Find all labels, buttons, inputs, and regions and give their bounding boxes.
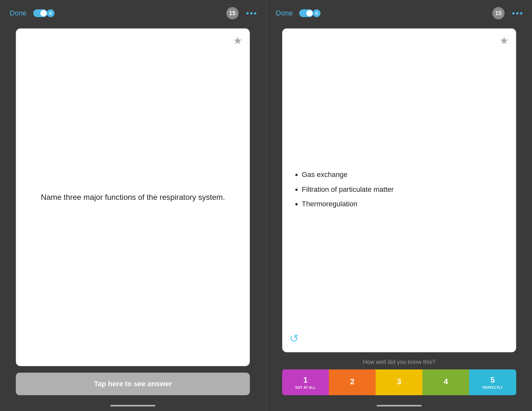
answer-list: Gas exchange Filtration of particulate m… [292,168,506,212]
left-more-menu[interactable] [246,12,256,15]
rating-3-button[interactable]: 3 [376,369,422,395]
left-card-inner: ★ Name three major functions of the resp… [16,29,250,366]
rating-5-num: 5 [490,376,495,385]
left-toggle-thumb [40,10,47,16]
right-more-menu[interactable] [512,12,522,15]
right-toggle-container: 0 [299,9,320,17]
left-done-button[interactable]: Done [10,9,27,17]
left-phone-panel: Done 0 15 ★ Name three major functions o… [0,0,266,411]
left-top-bar: Done 0 15 [0,0,266,25]
right-done-button[interactable]: Done [276,9,293,17]
right-toggle-badge: 0 [313,9,320,17]
rating-3-num: 3 [397,377,401,386]
right-toggle-thumb [306,10,313,16]
answer-item-3: Thermoregulation [302,198,506,210]
tap-to-see-answer-button[interactable]: Tap here to see answer [16,373,250,395]
rating-2-num: 2 [350,377,354,386]
left-star-icon[interactable]: ★ [233,34,242,47]
rating-4-num: 4 [444,377,448,386]
left-dot-2 [250,12,252,15]
left-bottom-area: Tap here to see answer [16,373,250,395]
rating-1-num: 1 [303,376,308,385]
left-card-wrapper: ★ Name three major functions of the resp… [16,28,250,366]
how-well-label: How well did you know this? [282,359,516,366]
right-bottom-area: How well did you know this? 1 NOT AT ALL… [282,359,516,395]
rating-5-button[interactable]: 5 PERFECTLY [469,369,516,395]
right-dot-1 [512,12,515,15]
rating-bar: 1 NOT AT ALL 2 3 4 5 PERFECTLY [282,369,516,395]
left-toggle-track[interactable] [33,9,47,17]
right-star-icon[interactable]: ★ [499,34,509,47]
rating-2-button[interactable]: 2 [329,369,376,395]
left-dot-3 [254,12,256,15]
answer-item-2: Filtration of particulate matter [302,183,506,196]
left-home-indicator [110,405,155,406]
left-count-badge: 15 [226,7,239,19]
right-toggle-track[interactable] [299,9,313,17]
rating-1-button[interactable]: 1 NOT AT ALL [282,369,329,395]
left-toggle-badge: 0 [47,9,54,17]
rating-1-label: NOT AT ALL [295,386,316,389]
left-dot-1 [246,12,249,15]
undo-icon[interactable]: ↺ [290,332,299,345]
right-card-inner: ★ Gas exchange Filtration of particulate… [282,29,516,352]
right-count-badge: 15 [492,7,505,19]
right-home-indicator [377,405,422,406]
right-top-bar: Done 0 15 [266,0,532,25]
answer-item-1: Gas exchange [302,168,506,181]
left-toggle-container: 0 [33,9,54,17]
right-dot-2 [516,12,518,15]
left-card-question: Name three major functions of the respir… [34,191,232,203]
right-phone-panel: Done 0 15 ★ Gas exchange Filtration of p… [266,0,532,411]
right-card-wrapper: ★ Gas exchange Filtration of particulate… [282,28,516,352]
right-dot-3 [520,12,522,15]
rating-5-label: PERFECTLY [482,386,503,389]
rating-4-button[interactable]: 4 [422,369,469,395]
